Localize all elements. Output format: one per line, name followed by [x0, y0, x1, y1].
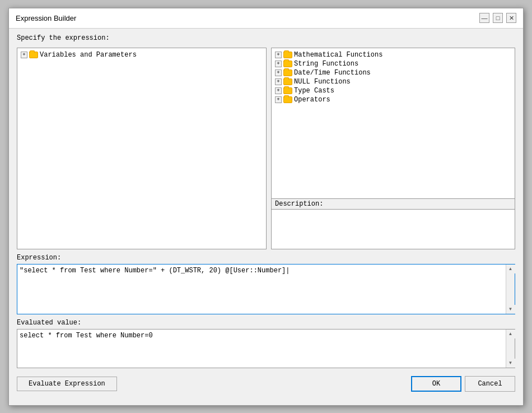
expression-scroll-up[interactable]: ▲	[506, 264, 515, 273]
expression-section: Expression: ▲ ▼	[17, 254, 515, 314]
minimize-button[interactable]: —	[479, 13, 489, 23]
tree-item-typecast[interactable]: + Type Casts	[274, 86, 512, 95]
expand-icon-null[interactable]: +	[275, 78, 282, 85]
evaluated-scroll-up[interactable]: ▲	[506, 330, 515, 338]
expression-scroll-down[interactable]: ▼	[506, 305, 515, 314]
expand-icon-variables[interactable]: +	[21, 52, 27, 58]
evaluated-area: select * from Test where Number=0 ▲ ▼	[17, 329, 515, 368]
folder-icon-null	[283, 78, 292, 85]
expression-input[interactable]	[17, 264, 506, 314]
ok-button[interactable]: OK	[411, 376, 461, 392]
folder-icon-math	[283, 52, 292, 58]
tree-item-math-label: Mathematical Functions	[294, 51, 382, 59]
tree-item-datetime-label: Date/Time Functions	[294, 69, 371, 77]
folder-icon-operators	[283, 96, 292, 103]
tree-item-variables[interactable]: + Variables and Parameters	[20, 50, 264, 59]
expression-builder-dialog: Expression Builder — □ ✕ Specify the exp…	[8, 8, 524, 406]
evaluated-scrollbar: ▲ ▼	[506, 330, 515, 368]
expand-icon-operators[interactable]: +	[275, 96, 282, 103]
tree-item-math[interactable]: + Mathematical Functions	[274, 50, 512, 59]
dialog-content: Specify the expression: + Variables and …	[9, 29, 523, 405]
tree-item-operators[interactable]: + Operators	[274, 95, 512, 104]
top-panels: + Variables and Parameters + Mathematica…	[17, 48, 515, 249]
evaluated-section: Evaluated value: select * from Test wher…	[17, 319, 515, 368]
expression-scrollbar: ▲ ▼	[506, 264, 515, 314]
right-panel[interactable]: + Mathematical Functions + String Functi…	[271, 48, 515, 199]
expand-icon-datetime[interactable]: +	[275, 69, 282, 76]
specify-label: Specify the expression:	[17, 34, 515, 42]
close-button[interactable]: ✕	[506, 13, 516, 23]
maximize-button[interactable]: □	[493, 13, 503, 23]
description-section: Description:	[271, 199, 515, 249]
ok-cancel-group: OK Cancel	[411, 376, 515, 392]
folder-icon-variables	[29, 52, 38, 58]
tree-item-datetime[interactable]: + Date/Time Functions	[274, 68, 512, 77]
description-content	[272, 210, 515, 247]
tree-item-variables-label: Variables and Parameters	[40, 51, 137, 59]
description-label: Description:	[272, 199, 515, 210]
expand-icon-string[interactable]: +	[275, 61, 282, 67]
tree-item-string-label: String Functions	[294, 60, 358, 68]
title-bar: Expression Builder — □ ✕	[9, 8, 523, 29]
tree-item-string[interactable]: + String Functions	[274, 59, 512, 68]
dialog-title: Expression Builder	[16, 14, 76, 22]
expression-area: ▲ ▼	[17, 264, 515, 314]
evaluated-content: select * from Test where Number=0	[17, 330, 506, 368]
folder-icon-string	[283, 61, 292, 67]
evaluated-label: Evaluated value:	[17, 319, 515, 327]
folder-icon-datetime	[283, 69, 292, 76]
tree-item-typecast-label: Type Casts	[294, 87, 334, 95]
expression-label: Expression:	[17, 254, 515, 262]
tree-item-null[interactable]: + NULL Functions	[274, 77, 512, 86]
folder-icon-typecast	[283, 87, 292, 94]
left-panel[interactable]: + Variables and Parameters	[17, 48, 267, 249]
right-container: + Mathematical Functions + String Functi…	[271, 48, 515, 249]
tree-item-null-label: NULL Functions	[294, 78, 351, 86]
bottom-buttons: Evaluate Expression OK Cancel	[17, 373, 515, 394]
evaluate-expression-button[interactable]: Evaluate Expression	[17, 377, 117, 391]
cancel-button[interactable]: Cancel	[465, 376, 515, 392]
expand-icon-typecast[interactable]: +	[275, 87, 282, 94]
expand-icon-math[interactable]: +	[275, 52, 282, 58]
evaluated-scroll-down[interactable]: ▼	[506, 359, 515, 368]
tree-item-operators-label: Operators	[294, 96, 330, 104]
title-bar-controls: — □ ✕	[479, 13, 516, 23]
